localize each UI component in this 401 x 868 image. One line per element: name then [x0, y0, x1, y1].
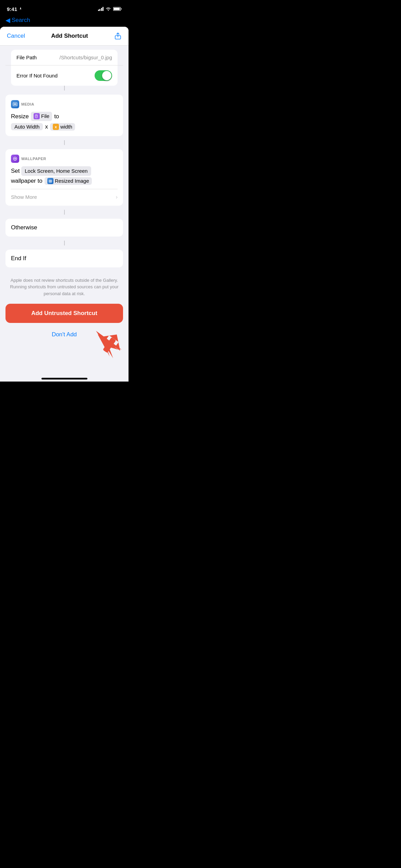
toggle-knob	[102, 71, 111, 80]
add-untrusted-button[interactable]: Add Untrusted Shortcut	[5, 304, 123, 323]
wallpaper-card: WALLPAPER Set Lock Screen, Home Screen w…	[5, 149, 123, 206]
wallpaper-category: WALLPAPER	[11, 155, 118, 163]
resized-token-label: Resized Image	[55, 178, 89, 184]
back-arrow-icon: ◀	[5, 16, 10, 24]
media-icon-svg	[13, 102, 17, 107]
width-token[interactable]: x width	[50, 123, 75, 131]
status-bar: 9:41	[0, 0, 129, 15]
signal-bars	[98, 7, 104, 11]
file-path-card: File Path /Shortcuts/bigsur_0.jpg	[11, 50, 118, 65]
share-icon	[114, 32, 122, 40]
time-display: 9:41	[7, 6, 17, 12]
modal-sheet: Cancel Add Shortcut File Path /Shortcuts…	[0, 27, 129, 382]
screen-token-label: Lock Screen, Home Screen	[25, 167, 87, 175]
file-path-label: File Path	[16, 55, 37, 60]
resize-line2: Auto Width x x width	[11, 123, 118, 131]
svg-rect-2	[121, 8, 122, 10]
resized-image-token[interactable]: Resized Image	[45, 177, 92, 185]
x-separator: x	[45, 123, 48, 130]
file-section: File Path /Shortcuts/bigsur_0.jpg Error …	[5, 50, 123, 86]
dont-add-label: Don't Add	[52, 331, 77, 338]
media-card: MEDIA Resize File to Auto Width x	[5, 95, 123, 136]
end-if-label: End If	[11, 255, 26, 262]
status-icons	[98, 7, 122, 11]
show-more-label: Show More	[11, 194, 37, 200]
svg-point-12	[14, 158, 16, 159]
resize-prefix: Resize	[11, 112, 29, 121]
modal-title: Add Shortcut	[51, 33, 88, 39]
home-bar	[41, 378, 87, 379]
screen-pill[interactable]: Lock Screen, Home Screen	[21, 166, 91, 176]
file-token-label: File	[41, 112, 49, 120]
connector-1	[64, 86, 65, 91]
wallpaper-text: Set Lock Screen, Home Screen	[11, 166, 118, 176]
media-label: MEDIA	[21, 102, 34, 106]
add-button-label: Add Untrusted Shortcut	[31, 310, 97, 316]
file-path-row: File Path /Shortcuts/bigsur_0.jpg	[16, 55, 112, 60]
connector-2	[64, 140, 65, 145]
connector-4	[64, 241, 65, 245]
disclaimer-text: Apple does not review shortcuts outside …	[10, 278, 119, 296]
dont-add-section: Don't Add	[0, 328, 129, 341]
error-toggle[interactable]	[95, 70, 112, 81]
wallpaper-icon-svg	[13, 156, 17, 161]
svg-rect-3	[114, 8, 120, 10]
error-row-card: Error If Not Found	[11, 65, 118, 86]
wallpaper-icon	[11, 155, 19, 163]
back-navigation[interactable]: ◀ Search	[0, 15, 129, 27]
media-category: MEDIA	[11, 100, 118, 108]
otherwise-label: Otherwise	[11, 224, 37, 231]
show-more-row[interactable]: Show More ›	[11, 189, 118, 200]
chevron-right-icon: ›	[116, 194, 118, 200]
file-path-value: /Shortcuts/bigsur_0.jpg	[60, 55, 112, 60]
back-label: Search	[12, 17, 30, 24]
battery-icon	[113, 7, 122, 11]
resize-text: Resize File to	[11, 112, 118, 121]
disclaimer: Apple does not review shortcuts outside …	[0, 272, 129, 304]
svg-point-0	[108, 10, 109, 11]
auto-width-label: Auto Width	[14, 124, 39, 130]
resize-to: to	[54, 112, 59, 121]
wallpaper-label: WALLPAPER	[21, 157, 46, 161]
wallpaper-line2: wallpaper to Resized Image	[11, 177, 118, 185]
status-time: 9:41	[7, 6, 23, 12]
share-button[interactable]	[114, 32, 122, 40]
error-row: Error If Not Found	[16, 70, 112, 81]
svg-rect-18	[49, 180, 51, 182]
home-indicator	[0, 375, 129, 382]
width-token-label: width	[60, 124, 72, 130]
svg-rect-7	[14, 103, 16, 105]
file-token-icon	[34, 113, 40, 119]
cancel-button[interactable]: Cancel	[7, 33, 25, 39]
media-icon	[11, 100, 19, 108]
location-icon	[19, 7, 23, 11]
connector-3	[64, 210, 65, 215]
otherwise-block: Otherwise	[5, 219, 123, 237]
spacer	[0, 341, 129, 375]
resized-icon	[47, 178, 53, 184]
dont-add-button[interactable]: Don't Add	[0, 328, 129, 341]
width-token-icon: x	[53, 124, 59, 130]
auto-width-pill[interactable]: Auto Width	[11, 123, 43, 130]
wifi-icon	[106, 7, 111, 11]
end-if-block: End If	[5, 250, 123, 267]
modal-header: Cancel Add Shortcut	[0, 27, 129, 46]
wallpaper-to-label: wallpaper to	[11, 178, 42, 184]
set-label: Set	[11, 168, 20, 174]
file-token[interactable]: File	[31, 112, 52, 121]
error-not-found-label: Error If Not Found	[16, 73, 58, 79]
